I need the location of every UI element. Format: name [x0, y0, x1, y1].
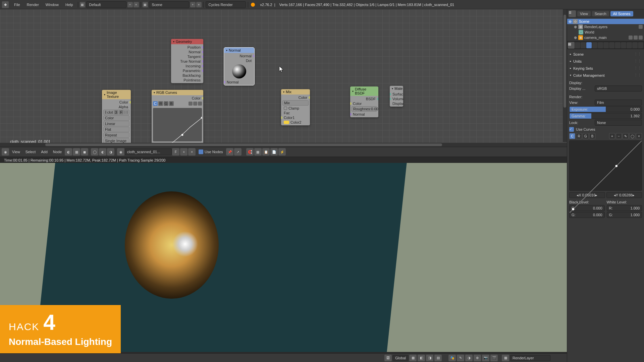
outliner-search-btn[interactable]: Search — [592, 11, 609, 16]
autolink-icon[interactable]: ⚡ — [278, 148, 286, 156]
outliner-allscenes-btn[interactable]: All Scenes — [610, 11, 633, 16]
zoom-in-icon[interactable]: + — [609, 133, 615, 139]
exposure-slider[interactable]: Exposure:0.000 — [569, 106, 642, 112]
channel-g[interactable]: G — [583, 133, 589, 139]
outliner-tree[interactable]: ⊖◇Scene ⊕▦RenderLayers ◯World ⊕▣camera_m… — [567, 18, 644, 41]
mat-browse-icon[interactable]: ◉ — [117, 148, 124, 156]
channel-c[interactable]: C — [569, 133, 575, 139]
display-device-dropdown[interactable]: sRGB — [595, 85, 642, 92]
tab-data[interactable] — [615, 42, 620, 48]
image-browse-icon[interactable] — [105, 111, 106, 114]
tab-particles[interactable] — [632, 42, 638, 48]
use-nodes-checkbox[interactable] — [199, 149, 203, 154]
camera-icon[interactable]: 📷 — [482, 355, 489, 361]
tab-modifiers[interactable] — [609, 42, 614, 48]
pin-icon[interactable]: 📌 — [226, 148, 233, 156]
delete-icon[interactable]: × — [636, 133, 642, 139]
tools-icon[interactable] — [198, 102, 202, 106]
object-mat-icon[interactable]: ◯ — [91, 148, 98, 156]
render-icon[interactable] — [639, 36, 643, 40]
eye-icon[interactable] — [629, 36, 633, 40]
menu-add[interactable]: Add — [38, 147, 50, 157]
fake-user-button[interactable]: F — [172, 148, 179, 156]
clip-icon[interactable]: ◯ — [629, 133, 635, 139]
panel-units[interactable]: ▸Units⋮⋮ — [569, 58, 642, 65]
mask-icon[interactable]: 🎭 — [448, 355, 456, 361]
node-image-texture[interactable]: ▾Image Texture Color Alpha clot 3 F Colo… — [102, 90, 131, 147]
view-transform-dropdown[interactable]: Film — [595, 100, 642, 106]
tab-object[interactable] — [598, 42, 603, 48]
node-editor-hscroll[interactable] — [0, 143, 567, 147]
zoom-in-icon[interactable] — [189, 102, 193, 106]
node-normal[interactable]: ▾Normal Normal Dot Normal — [224, 48, 254, 85]
channel-b[interactable]: B — [589, 133, 595, 139]
renderlayer-dropdown[interactable]: RenderLayer — [510, 355, 550, 361]
properties-panel[interactable]: ▸Scene⋮⋮ ▸Units⋮⋮ ▸Keying Sets⋮⋮ ▾Color … — [567, 49, 644, 362]
node-geometry[interactable]: ▾Geometry Position Normal Tangent True N… — [171, 39, 203, 83]
unlink-icon[interactable] — [126, 111, 128, 114]
editor-type-icon[interactable]: ≣ — [569, 10, 576, 17]
clapper-icon[interactable]: 🎬 — [490, 355, 498, 361]
scene-plus-icon[interactable]: + — [190, 2, 196, 7]
panel-keyingsets[interactable]: ▸Keying Sets⋮⋮ — [569, 65, 642, 72]
slot-icon[interactable]: ▦ — [502, 355, 509, 361]
outliner-view-btn[interactable]: View — [577, 11, 591, 16]
gamma-slider[interactable]: Gamma:1.392 — [569, 113, 642, 119]
editor-type-icon[interactable]: ▦ — [568, 42, 575, 49]
blender-logo-icon[interactable]: ◆ — [2, 1, 9, 8]
zoom-out-icon[interactable]: − — [616, 133, 622, 139]
panel-scene[interactable]: ▸Scene⋮⋮ — [569, 51, 642, 58]
shader-type-icon[interactable]: ◐ — [65, 148, 72, 156]
restrict-icon[interactable] — [639, 25, 643, 29]
normal-sphere-widget[interactable] — [232, 64, 246, 78]
extra-icon[interactable]: ⊕ — [474, 355, 481, 361]
annotate-icon[interactable]: ✎ — [457, 355, 464, 361]
snap-icon[interactable]: 🧲 — [246, 148, 254, 156]
menu-window[interactable]: Window — [42, 0, 62, 9]
rgb-curve-widget[interactable] — [153, 108, 202, 141]
image-editor[interactable]: Time:00:01.85 | Remaining:00:10.95 | Mem… — [0, 157, 567, 362]
material-name-field[interactable]: cloth_scanned_01... — [125, 148, 172, 155]
snap-type-icon[interactable]: ▦ — [254, 148, 262, 156]
cursor-icon[interactable] — [634, 36, 638, 40]
node-editor-vscroll[interactable] — [563, 9, 567, 142]
snap-icon[interactable]: ▤ — [434, 355, 442, 361]
shader-type-icon[interactable]: ◼ — [81, 148, 88, 156]
menu-file[interactable]: File — [11, 0, 23, 9]
scene-dropdown[interactable]: Scene — [149, 1, 189, 8]
lamp-mat-icon[interactable]: ◑ — [107, 148, 114, 156]
pivot-icon[interactable]: ▦ — [409, 355, 417, 361]
shader-type-icon[interactable]: ▦ — [73, 148, 80, 156]
tab-texture[interactable] — [627, 42, 632, 48]
node-material-output[interactable]: ▾Mate Surface Volume Displac — [390, 86, 403, 107]
tab-world[interactable] — [592, 42, 597, 48]
tab-physics[interactable] — [638, 42, 643, 48]
color-swatch[interactable] — [284, 121, 289, 124]
paste-nodes-icon[interactable]: 📄 — [270, 148, 278, 156]
world-mat-icon[interactable]: ◐ — [99, 148, 106, 156]
snap-icon[interactable]: ◧ — [418, 355, 425, 361]
tab-scene[interactable] — [586, 42, 592, 48]
screen-layout-dropdown[interactable]: Default — [86, 1, 126, 8]
layout-plus-icon[interactable]: + — [127, 2, 133, 7]
image-file-field[interactable]: clot 3 F — [103, 110, 129, 115]
tree-item-camera[interactable]: ⊕▣camera_main — [567, 35, 644, 40]
layout-x-icon[interactable]: × — [133, 2, 139, 7]
layout-add-icon[interactable]: ▦ — [80, 2, 85, 7]
scene-browse-icon[interactable]: ▦ — [143, 2, 148, 7]
render-engine-dropdown[interactable]: Cycles Render — [206, 1, 246, 8]
node-diffuse-bsdf[interactable]: ▾Diffuse BSDF BSDF Color Roughnes:0.000 … — [350, 86, 378, 117]
editor-type-icon[interactable]: 🖼 — [384, 355, 392, 361]
tab-render[interactable] — [575, 42, 580, 48]
channel-r[interactable]: R — [576, 133, 582, 139]
tools-icon[interactable]: ✎ — [623, 133, 629, 139]
menu-view[interactable]: View — [9, 147, 23, 157]
menu-render[interactable]: Render — [23, 0, 42, 9]
open-icon[interactable] — [124, 111, 126, 114]
tree-item-world[interactable]: ◯World — [567, 29, 644, 35]
menu-node[interactable]: Node — [50, 147, 64, 157]
use-curves-checkbox[interactable]: ✓Use Curves — [569, 127, 642, 132]
tree-item-renderlayers[interactable]: ⊕▦RenderLayers — [567, 24, 644, 29]
new-mat-icon[interactable]: + — [180, 148, 187, 156]
copy-nodes-icon[interactable]: 📋 — [262, 148, 270, 156]
